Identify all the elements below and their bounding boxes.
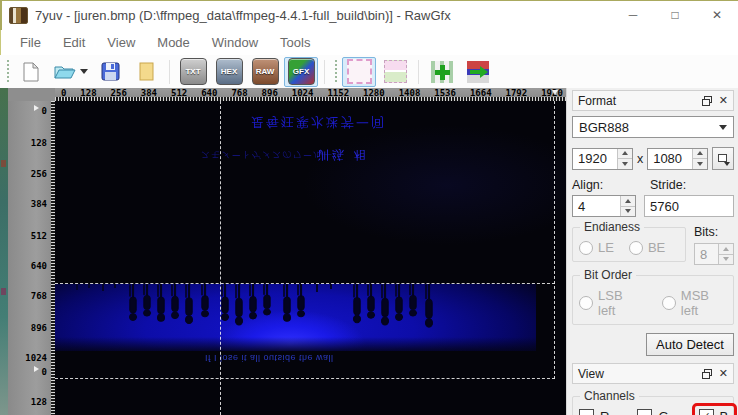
spin-up-button[interactable] [618,149,632,159]
lsb-left-radio[interactable] [579,296,593,310]
ruler-tick-label: 256 [31,169,47,179]
select-frame-button[interactable] [342,57,376,87]
band-shadow [55,337,536,351]
channel-b-checkbox[interactable]: ✓ [699,409,714,415]
chevron-down-icon [719,125,727,130]
close-button[interactable]: ✕ [696,0,738,30]
ruler-tick-label: 896 [262,88,278,97]
spin-down-button[interactable] [618,158,632,169]
format-select[interactable]: BGR888 [572,116,734,138]
save-button[interactable] [93,57,127,87]
ruler-tick-label: 128 [31,138,47,148]
yellow-document-icon [139,62,154,81]
swap-dimensions-button[interactable] [712,147,734,170]
raw-mode-icon: RAW [252,58,279,85]
txt-mode-icon: TXT [180,58,207,85]
ruler-tick-label: 1024 [25,353,47,363]
minimize-button[interactable]: ─ [612,0,654,30]
save-floppy-icon [101,62,120,81]
stride-value: 5760 [650,199,679,214]
bits-label: Bits: [694,225,734,239]
spin-down-button[interactable] [693,158,707,169]
add-frame-button[interactable] [425,57,459,87]
side-panel: Format ✕ BGR888 1920 x 1080 [566,88,738,415]
spin-up-button[interactable] [621,196,635,206]
ruler-tick-label: 1280 [363,88,385,97]
desktop-speck [1,288,6,295]
maximize-button[interactable]: □ [654,0,696,30]
window-title: 7yuv - [juren.bmp (D:\ffmpeg_data\ffmpeg… [35,8,451,23]
menu-item[interactable]: Tools [269,35,321,50]
view-panel-header: View ✕ [572,363,734,384]
bits-spinner: 8 [694,243,734,265]
open-dropdown-arrow-icon[interactable] [80,69,88,74]
float-panel-icon[interactable] [702,369,712,379]
msb-left-radio[interactable] [662,296,676,310]
align-label: Align: [572,178,650,192]
new-document-icon [23,62,39,82]
spin-down-button [719,254,733,265]
menu-item[interactable]: Mode [146,35,201,50]
format-panel-header: Format ✕ [572,90,734,111]
mode-gfx-button[interactable]: GFX [284,57,318,87]
toolbar-separator [169,60,170,84]
toolbar-handle[interactable] [5,60,10,84]
float-panel-icon[interactable] [702,96,712,106]
channel-g-checkbox[interactable] [637,409,652,415]
desktop-speck [1,160,6,167]
menu-item[interactable]: View [96,35,146,50]
goto-frame-button[interactable] [461,57,495,87]
select-row-button[interactable] [378,57,412,87]
ruler-tick-label: 1024 [292,88,314,97]
gfx-mode-icon: GFX [288,58,315,85]
ruler-tick-label: 640 [31,261,47,271]
align-spinner[interactable]: 4 [572,195,636,217]
bits-value: 8 [695,244,718,264]
ruler-marker-icon [552,90,558,95]
new-file-button[interactable] [14,57,48,87]
menu-bar: FileEditViewModeWindowTools [0,30,738,55]
image-canvas[interactable]: 是每狂寒水迷芳一间 スモメートゲメスのワール— 训练 相 [55,101,566,415]
selection-dashed-hline[interactable] [55,378,555,379]
ruler-tick-label: 256 [111,88,127,97]
image-flipped-text-2: スモメートゲメスのワール— [201,148,333,161]
align-value[interactable]: 4 [573,196,620,216]
ruler-tick-label: 128 [80,88,96,97]
menu-item[interactable]: Edit [52,35,96,50]
be-radio[interactable] [629,241,643,255]
toolbar-separator [418,60,419,84]
spin-down-button[interactable] [621,206,635,217]
ruler-tick-label: 384 [31,199,47,209]
width-value[interactable]: 1920 [573,149,617,169]
menu-item[interactable]: Window [201,35,269,50]
ruler-tick-label: 768 [31,291,47,301]
close-panel-icon[interactable]: ✕ [719,368,728,379]
spin-up-button [719,244,733,254]
export-file-button[interactable] [129,57,163,87]
spin-up-button[interactable] [693,149,707,159]
height-spinner[interactable]: 1080 [647,148,708,170]
ruler-tick-label: 1792 [506,88,528,97]
bit-order-group-title: Bit Order [580,268,636,282]
auto-detect-button[interactable]: Auto Detect [646,333,734,356]
width-spinner[interactable]: 1920 [572,148,633,170]
menu-item[interactable]: File [9,35,52,50]
image-flipped-text-1: 是每狂寒水迷芳一间 [251,113,386,131]
open-file-button[interactable] [50,57,91,87]
mode-raw-button[interactable]: RAW [248,57,282,87]
channel-r-checkbox[interactable] [579,409,594,415]
stride-field[interactable]: 5760 [644,195,734,217]
close-panel-icon[interactable]: ✕ [719,95,728,106]
mode-hex-button[interactable]: HEX [212,57,246,87]
le-radio[interactable] [579,241,593,255]
format-panel-title: Format [578,94,616,108]
endianess-group-title: Endianess [580,220,644,234]
selection-rows-icon [384,60,407,83]
app-icon [9,7,28,24]
height-value[interactable]: 1080 [648,149,692,169]
channels-group: Channels R G ✓ B ✓ A Swap UV [572,396,734,415]
channel-g-label: G [658,409,668,415]
filmstrip-arrow-icon [467,61,489,83]
mode-txt-button[interactable]: TXT [176,57,210,87]
toolbar-handle[interactable] [333,60,338,84]
